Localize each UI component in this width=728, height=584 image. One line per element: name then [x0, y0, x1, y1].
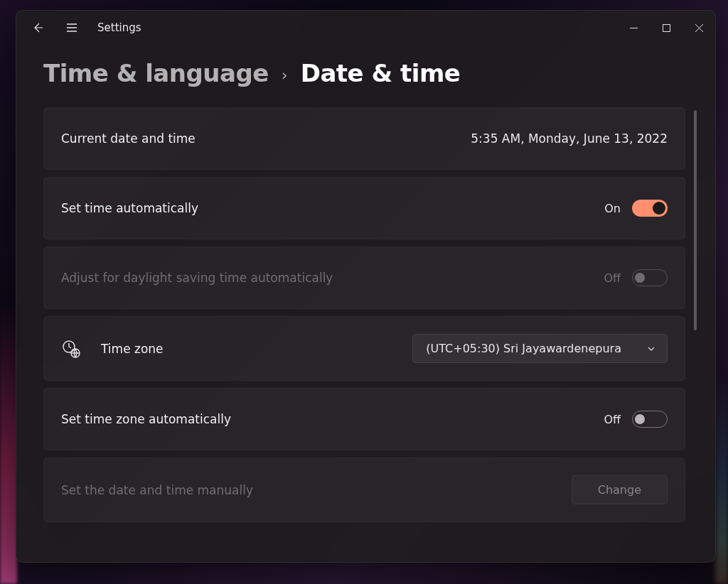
set-time-auto-toggle[interactable] — [632, 200, 668, 217]
chevron-down-icon — [647, 345, 655, 353]
dst-auto-card: Adjust for daylight saving time automati… — [43, 247, 685, 309]
toggle-group: Off — [604, 411, 668, 428]
titlebar: Settings — [16, 11, 715, 45]
toggle-state-label: Off — [604, 413, 621, 426]
settings-window: Settings Time & language › Date & time C… — [16, 10, 716, 563]
desktop-wallpaper-accent — [715, 371, 728, 584]
window-controls — [617, 12, 715, 43]
globe-clock-icon — [61, 339, 81, 359]
close-button[interactable] — [682, 12, 715, 43]
window-title: Settings — [97, 21, 141, 34]
dropdown-selected-value: (UTC+05:30) Sri Jayawardenepura — [426, 342, 621, 355]
card-label: Current date and time — [61, 131, 196, 146]
change-datetime-button: Change — [572, 475, 668, 504]
toggle-knob — [635, 273, 645, 283]
minimize-icon — [630, 24, 638, 32]
maximize-icon — [663, 24, 670, 32]
set-time-auto-card: Set time automatically On — [43, 177, 685, 239]
timezone-card: Time zone (UTC+05:30) Sri Jayawardenepur… — [43, 316, 685, 381]
minimize-button[interactable] — [617, 12, 650, 43]
scrollbar-thumb[interactable] — [694, 110, 697, 330]
svg-rect-4 — [663, 24, 670, 31]
menu-button[interactable] — [55, 12, 89, 43]
toggle-knob — [653, 202, 665, 215]
set-timezone-auto-card: Set time zone automatically Off — [43, 388, 685, 450]
breadcrumb-parent[interactable]: Time & language — [43, 59, 269, 87]
dst-auto-toggle — [632, 269, 668, 286]
toggle-group: Off — [604, 269, 668, 286]
card-label: Time zone — [101, 342, 164, 356]
settings-list: Current date and time 5:35 AM, Monday, J… — [43, 107, 694, 546]
current-datetime-value: 5:35 AM, Monday, June 13, 2022 — [471, 131, 668, 146]
toggle-knob — [635, 414, 645, 424]
back-button[interactable] — [21, 12, 55, 43]
close-icon — [695, 24, 703, 32]
desktop-wallpaper-accent — [0, 300, 17, 584]
card-label: Adjust for daylight saving time automati… — [61, 271, 333, 285]
chevron-right-icon: › — [282, 66, 288, 84]
current-datetime-card: Current date and time 5:35 AM, Monday, J… — [43, 107, 685, 170]
toggle-state-label: On — [604, 202, 621, 215]
card-label: Set the date and time manually — [61, 483, 253, 497]
breadcrumb-current: Date & time — [301, 59, 461, 87]
breadcrumb: Time & language › Date & time — [16, 45, 715, 107]
set-manual-card: Set the date and time manually Change — [43, 458, 685, 522]
toggle-group: On — [604, 200, 668, 217]
toggle-state-label: Off — [604, 271, 621, 285]
set-timezone-auto-toggle[interactable] — [632, 411, 668, 428]
hamburger-icon — [66, 22, 77, 33]
content-area: Current date and time 5:35 AM, Monday, J… — [16, 107, 715, 562]
card-label: Set time automatically — [61, 201, 198, 215]
maximize-button[interactable] — [650, 12, 682, 43]
timezone-dropdown[interactable]: (UTC+05:30) Sri Jayawardenepura — [412, 334, 668, 363]
arrow-left-icon — [32, 22, 43, 33]
titlebar-nav: Settings — [21, 12, 141, 43]
card-label: Set time zone automatically — [61, 412, 231, 426]
